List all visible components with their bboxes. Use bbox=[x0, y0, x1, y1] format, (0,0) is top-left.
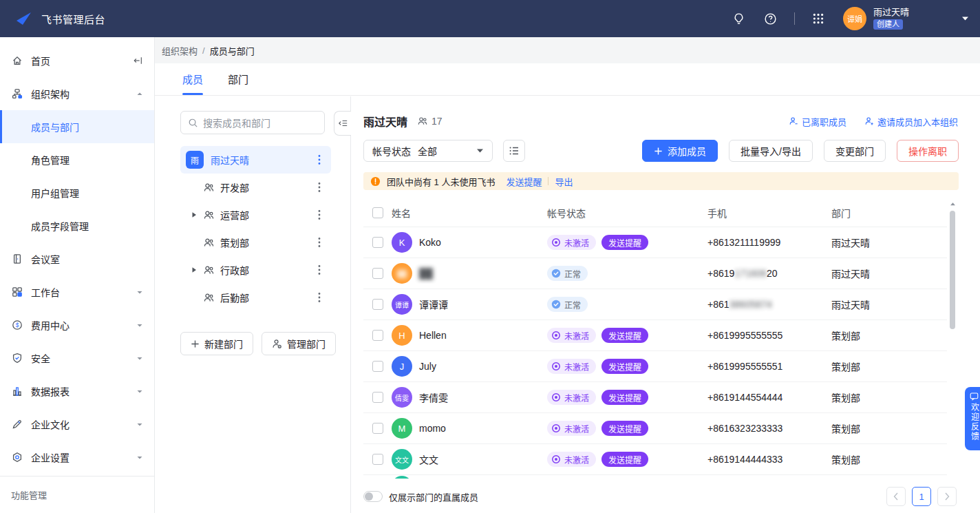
add-member-button[interactable]: 添加成员 bbox=[642, 140, 718, 162]
sidebar-subitem-label: 成员与部门 bbox=[31, 120, 79, 134]
breadcrumb-level1[interactable]: 组织架构 bbox=[162, 44, 198, 57]
member-department: 策划部 bbox=[831, 452, 947, 466]
sidebar-item-security[interactable]: 安全 bbox=[0, 342, 154, 375]
sidebar-item-org-structure[interactable]: 组织架构 bbox=[0, 77, 154, 110]
member-phone: +8619144554444 bbox=[707, 392, 831, 403]
row-checkbox[interactable] bbox=[372, 361, 383, 372]
lightbulb-icon[interactable] bbox=[727, 6, 752, 31]
member-phone: +8619995555551 bbox=[707, 361, 831, 372]
tree-item-department[interactable]: 策划部 bbox=[180, 229, 331, 256]
send-reminder-button[interactable]: 发送提醒 bbox=[601, 390, 648, 405]
row-checkbox[interactable] bbox=[372, 330, 383, 341]
sidebar-item-company-culture[interactable]: 企业文化 bbox=[0, 408, 154, 441]
more-actions-icon[interactable] bbox=[314, 237, 325, 248]
sidebar-item-data-reports[interactable]: 数据报表 bbox=[0, 375, 154, 408]
send-reminder-button[interactable]: 发送提醒 bbox=[601, 359, 648, 374]
meeting-room-icon bbox=[12, 253, 23, 264]
sidebar-item-meeting-room[interactable]: 会议室 bbox=[0, 242, 154, 275]
panel-collapse-icon[interactable] bbox=[334, 111, 351, 136]
sidebar-item-user-group-management[interactable]: 用户组管理 bbox=[0, 176, 154, 209]
next-page-icon[interactable] bbox=[937, 487, 957, 506]
sidebar-item-home[interactable]: 首页 bbox=[0, 44, 154, 77]
send-reminder-link[interactable]: 发送提醒 bbox=[506, 175, 542, 188]
row-checkbox[interactable] bbox=[372, 237, 383, 248]
app-grid-icon[interactable] bbox=[806, 6, 831, 31]
tab-departments[interactable]: 部门 bbox=[228, 72, 248, 95]
sidebar-item-members-departments[interactable]: 成员与部门 bbox=[0, 110, 154, 143]
handle-resignation-button[interactable]: 操作离职 bbox=[897, 140, 959, 162]
sidebar-item-member-field-management[interactable]: 成员字段管理 bbox=[0, 209, 154, 242]
scrollbar-thumb[interactable] bbox=[950, 211, 955, 329]
status-badge: 未激活 bbox=[547, 359, 596, 374]
page-number-current[interactable]: 1 bbox=[912, 487, 931, 506]
send-reminder-button[interactable]: 发送提醒 bbox=[601, 328, 648, 343]
batch-import-export-button[interactable]: 批量导入/导出 bbox=[729, 140, 813, 162]
breadcrumb-level2: 成员与部门 bbox=[210, 44, 255, 57]
user-menu-caret-icon[interactable] bbox=[961, 16, 969, 21]
tree-item-department[interactable]: 运营部 bbox=[180, 201, 331, 229]
display-settings-icon[interactable] bbox=[503, 140, 525, 162]
row-checkbox[interactable] bbox=[372, 454, 383, 465]
tree-item-department[interactable]: 行政部 bbox=[180, 256, 331, 284]
prev-page-icon[interactable] bbox=[886, 487, 906, 506]
send-reminder-button[interactable]: 发送提醒 bbox=[601, 452, 648, 467]
member-name: July bbox=[419, 361, 436, 372]
chevron-down-icon bbox=[136, 388, 143, 395]
expand-caret-icon[interactable] bbox=[191, 266, 203, 273]
row-checkbox[interactable] bbox=[372, 299, 383, 310]
avatar: M bbox=[392, 418, 412, 439]
column-phone: 手机 bbox=[707, 206, 831, 220]
tree-item-department[interactable]: 后勤部 bbox=[180, 284, 331, 311]
account-status-select[interactable]: 帐号状态 全部 bbox=[363, 140, 493, 162]
user-avatar[interactable]: 谭娟 bbox=[843, 7, 866, 30]
export-link[interactable]: 导出 bbox=[555, 175, 573, 188]
search-input[interactable]: 搜索成员和部门 bbox=[180, 111, 325, 134]
sidebar-item-feature-management[interactable]: 功能管理 bbox=[0, 476, 154, 513]
sidebar-item-company-settings[interactable]: 企业设置 bbox=[0, 441, 154, 474]
sidebar-item-workbench[interactable]: 工作台 bbox=[0, 275, 154, 308]
change-department-button[interactable]: 变更部门 bbox=[824, 140, 886, 162]
direct-members-toggle[interactable] bbox=[363, 491, 383, 502]
status-label: 未激活 bbox=[564, 423, 589, 435]
table-scrollbar[interactable] bbox=[948, 200, 957, 513]
new-department-button[interactable]: 新建部门 bbox=[180, 332, 253, 355]
more-actions-icon[interactable] bbox=[314, 182, 325, 193]
sidebar-item-role-management[interactable]: 角色管理 bbox=[0, 143, 154, 176]
tab-members[interactable]: 成员 bbox=[182, 72, 203, 95]
tree-item-root-org[interactable]: 雨 雨过天晴 bbox=[180, 146, 331, 174]
org-title: 雨过天晴 bbox=[363, 113, 407, 129]
send-reminder-button[interactable]: 发送提醒 bbox=[601, 235, 648, 250]
table-row: Mmomo未激活发送提醒+8616323233333策划部 bbox=[363, 413, 947, 444]
manage-departments-button[interactable]: 管理部门 bbox=[262, 332, 336, 355]
sidebar-collapse-icon[interactable] bbox=[133, 56, 143, 65]
invite-members-link[interactable]: 邀请成员加入本组织 bbox=[864, 115, 958, 128]
status-label: 未激活 bbox=[564, 361, 589, 373]
scroll-up-icon[interactable] bbox=[950, 200, 956, 208]
direct-members-toggle-label: 仅展示部门的直属成员 bbox=[389, 490, 478, 503]
more-actions-icon[interactable] bbox=[314, 209, 325, 220]
chevron-up-icon bbox=[136, 91, 143, 97]
tree-item-department[interactable]: 开发部 bbox=[180, 174, 331, 201]
scrollbar-track[interactable] bbox=[948, 208, 957, 513]
row-checkbox[interactable] bbox=[372, 392, 383, 403]
people-icon bbox=[203, 264, 215, 276]
sidebar-item-label: 会议室 bbox=[31, 252, 60, 266]
select-all-checkbox[interactable] bbox=[372, 207, 383, 218]
member-department: 雨过天晴 bbox=[831, 266, 947, 280]
expand-caret-icon[interactable] bbox=[191, 211, 203, 218]
data-report-icon bbox=[12, 386, 23, 397]
row-checkbox[interactable] bbox=[372, 423, 383, 434]
resigned-members-link[interactable]: 已离职成员 bbox=[789, 115, 846, 128]
more-actions-icon[interactable] bbox=[314, 264, 325, 275]
help-icon[interactable] bbox=[758, 6, 783, 31]
send-reminder-button[interactable]: 发送提醒 bbox=[601, 421, 648, 436]
more-actions-icon[interactable] bbox=[314, 154, 325, 165]
more-actions-icon[interactable] bbox=[314, 292, 325, 303]
user-info[interactable]: 雨过天晴 创建人 bbox=[873, 8, 909, 30]
row-checkbox[interactable] bbox=[372, 268, 383, 279]
resigned-member-icon bbox=[789, 116, 798, 126]
feedback-tab[interactable]: 欢迎反馈 bbox=[965, 387, 980, 450]
sidebar-item-expense-center[interactable]: $ 费用中心 bbox=[0, 308, 154, 342]
member-department: 策划部 bbox=[831, 390, 947, 404]
status-badge: 正常 bbox=[547, 266, 588, 281]
